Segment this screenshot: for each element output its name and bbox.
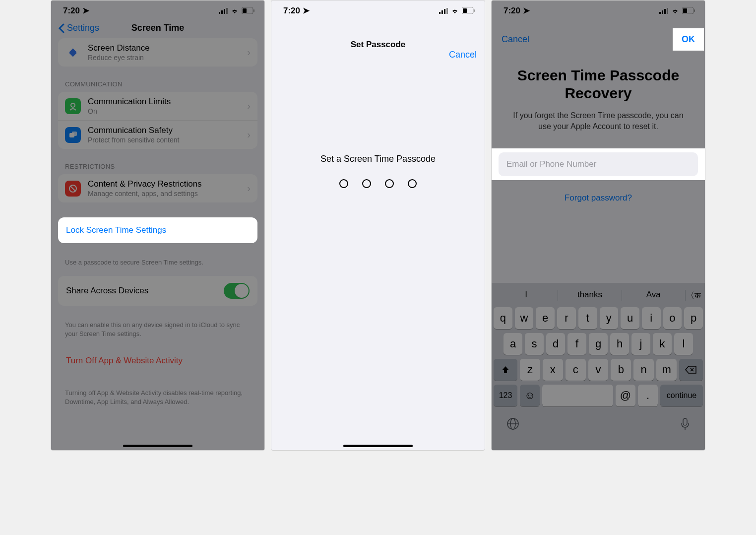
recovery-sheet: Cancel OK Screen Time Passcode Recovery … (492, 27, 705, 450)
key-b[interactable]: b (611, 359, 631, 381)
status-time: 7:20 ➤ (504, 5, 530, 16)
key-i[interactable]: i (642, 307, 661, 329)
svg-rect-2 (224, 9, 225, 14)
status-right (659, 7, 695, 14)
set-passcode-title: Set Passcode (271, 19, 485, 50)
email-phone-input[interactable] (499, 152, 698, 176)
share-devices-toggle[interactable] (224, 283, 250, 299)
key-f[interactable]: f (567, 333, 586, 355)
mic-icon[interactable] (680, 417, 690, 430)
svg-rect-24 (683, 8, 687, 13)
passcode-dot (385, 179, 394, 188)
svg-rect-12 (439, 12, 441, 14)
globe-icon[interactable] (506, 417, 519, 430)
key-d[interactable]: d (546, 333, 565, 355)
key-m[interactable]: m (656, 359, 677, 381)
svg-rect-29 (683, 418, 687, 425)
key-y[interactable]: y (600, 307, 619, 329)
key-c[interactable]: c (566, 359, 586, 381)
screen-distance-icon (65, 45, 81, 61)
key-a[interactable]: a (504, 333, 522, 355)
chevron-right-icon: › (247, 100, 251, 112)
row-title: Communication Safety (88, 126, 240, 135)
numbers-key[interactable]: 123 (494, 385, 517, 406)
svg-rect-13 (441, 10, 443, 14)
communication-limits-icon (65, 98, 81, 114)
space-key[interactable] (542, 385, 613, 406)
chevron-right-icon: › (247, 129, 251, 140)
svg-rect-5 (243, 8, 247, 13)
battery-icon (242, 7, 254, 14)
keyboard-row-3: zxcvbnm (492, 357, 705, 383)
content-privacy-row[interactable]: Content & Privacy Restrictions Manage co… (58, 174, 257, 202)
communication-limits-row[interactable]: Communication Limits On › (58, 92, 257, 120)
key-u[interactable]: u (621, 307, 639, 329)
key-j[interactable]: j (631, 333, 650, 355)
recovery-title: Screen Time Passcode Recovery (492, 52, 705, 110)
svg-rect-3 (226, 8, 228, 14)
cellular-icon (659, 8, 668, 14)
key-k[interactable]: k (653, 333, 672, 355)
key-r[interactable]: r (557, 307, 576, 329)
passcode-dot (362, 179, 371, 188)
battery-icon (682, 7, 695, 14)
phone-1-screen-time-settings: 7:20 ➤ Settings Screen Time Screen Dista… (51, 0, 265, 451)
key-w[interactable]: w (515, 307, 534, 329)
status-right (219, 7, 254, 14)
cellular-icon (219, 8, 228, 14)
phone-3-passcode-recovery: 7:20 ➤ Cancel OK Screen Time Passcode Re… (491, 0, 705, 451)
row-title: Communication Limits (88, 97, 240, 107)
key-n[interactable]: n (633, 359, 654, 381)
svg-rect-0 (219, 12, 220, 14)
key-t[interactable]: t (578, 307, 597, 329)
lock-screen-time-button[interactable]: Lock Screen Time Settings (58, 217, 257, 243)
key-v[interactable]: v (588, 359, 609, 381)
suggestion[interactable]: thanks (558, 290, 621, 301)
restrictions-group: Content & Privacy Restrictions Manage co… (58, 174, 257, 202)
key-p[interactable]: p (684, 307, 703, 329)
dot-key[interactable]: . (638, 385, 658, 406)
keyboard: I thanks Ava 〈क qwertyuiop asdfghjkl zxc… (492, 283, 705, 450)
suggestion[interactable]: I (495, 290, 558, 301)
forgot-password-link[interactable]: Forgot password? (492, 193, 705, 203)
cancel-button[interactable]: Cancel (449, 50, 477, 60)
communication-safety-icon (65, 127, 81, 143)
key-s[interactable]: s (525, 333, 544, 355)
key-e[interactable]: e (536, 307, 555, 329)
turn-off-footer: Turning off App & Website Activity disab… (51, 385, 264, 406)
communication-safety-row[interactable]: Communication Safety Protect from sensit… (58, 120, 257, 149)
turn-off-activity-button[interactable]: Turn Off App & Website Activity (58, 348, 257, 374)
keyboard-row-4: 123 ☺ @ . continue (492, 383, 705, 408)
home-indicator[interactable] (343, 445, 413, 447)
cellular-icon (439, 8, 448, 14)
svg-rect-19 (659, 12, 661, 14)
status-bar: 7:20 ➤ (51, 0, 264, 19)
key-o[interactable]: o (663, 307, 682, 329)
cancel-button[interactable]: Cancel (502, 34, 529, 45)
at-key[interactable]: @ (616, 385, 635, 406)
ok-button[interactable]: OK (682, 34, 695, 44)
key-q[interactable]: q (494, 307, 512, 329)
key-x[interactable]: x (543, 359, 563, 381)
key-h[interactable]: h (610, 333, 629, 355)
status-bar: 7:20 ➤ (271, 0, 485, 19)
key-g[interactable]: g (589, 333, 608, 355)
suggestion-expand[interactable]: 〈क (685, 290, 702, 301)
suggestion[interactable]: Ava (622, 290, 685, 301)
key-l[interactable]: l (674, 333, 693, 355)
row-subtitle: Manage content, apps, and settings (88, 190, 240, 198)
home-indicator[interactable] (123, 445, 192, 447)
shift-key[interactable] (494, 359, 517, 381)
emoji-key[interactable]: ☺ (520, 385, 540, 406)
share-devices-row[interactable]: Share Across Devices (58, 276, 257, 306)
nav-back-button[interactable]: Settings (58, 23, 99, 33)
continue-key[interactable]: continue (660, 385, 703, 406)
wifi-icon (231, 8, 239, 14)
row-title: Screen Distance (88, 43, 240, 53)
key-z[interactable]: z (520, 359, 540, 381)
backspace-key[interactable] (679, 359, 703, 381)
passcode-dots[interactable] (271, 179, 485, 188)
phone-2-set-passcode: 7:20 ➤ Set Passcode Cancel Set a Screen … (271, 0, 485, 451)
passcode-prompt: Set a Screen Time Passcode (271, 154, 485, 164)
screen-distance-row[interactable]: Screen Distance Reduce eye strain › (58, 38, 257, 67)
